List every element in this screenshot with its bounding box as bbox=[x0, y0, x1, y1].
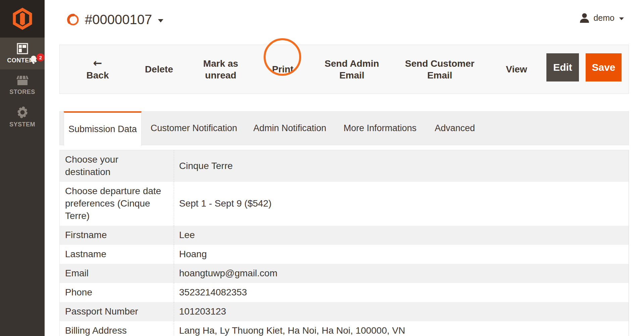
row-value: 101203123 bbox=[174, 302, 629, 321]
sidebar-item-content[interactable]: CONTENT 2 bbox=[0, 38, 45, 69]
tab-strip: Submission Data Customer Notification Ad… bbox=[59, 111, 629, 145]
row-label: Choose your destination bbox=[60, 150, 174, 182]
back-button[interactable]: ← Back bbox=[87, 45, 109, 94]
row-label: Passport Number bbox=[60, 302, 174, 321]
send-customer-email-button[interactable]: Send Customer Email bbox=[404, 45, 476, 94]
tab-more-informations[interactable]: More Informations bbox=[343, 112, 417, 145]
send-admin-email-label: Send Admin Email bbox=[323, 58, 381, 81]
tab-customer-notification[interactable]: Customer Notification bbox=[151, 112, 237, 145]
gear-icon bbox=[16, 106, 29, 118]
table-row: Choose your destination Cinque Terre bbox=[60, 150, 629, 182]
row-value: Sept 1 - Sept 9 ($542) bbox=[174, 182, 629, 226]
notification-badge: 2 bbox=[37, 53, 45, 61]
send-admin-email-button[interactable]: Send Admin Email bbox=[323, 45, 381, 94]
tab-admin-notification[interactable]: Admin Notification bbox=[253, 112, 326, 145]
table-row: Passport Number 101203123 bbox=[60, 302, 629, 321]
print-button[interactable]: Print bbox=[272, 45, 293, 94]
magento-admin-page: CONTENT 2 STORES SYSTEM bbox=[0, 0, 644, 336]
bell-icon bbox=[30, 55, 37, 64]
tab-label: Customer Notification bbox=[151, 123, 237, 133]
user-dropdown-caret-icon bbox=[619, 17, 624, 20]
row-value: Lee bbox=[174, 226, 629, 245]
tab-submission-data[interactable]: Submission Data bbox=[64, 111, 142, 146]
row-label: Phone bbox=[60, 283, 174, 302]
edit-button[interactable]: Edit bbox=[546, 53, 579, 81]
row-value: hoangtuwp@gmail.com bbox=[174, 264, 629, 283]
arrow-left-icon: ← bbox=[93, 58, 102, 68]
magento-logo[interactable] bbox=[0, 0, 45, 38]
page-title: #00000107 bbox=[85, 12, 152, 27]
row-label: Email bbox=[60, 264, 174, 283]
row-label: Firstname bbox=[60, 226, 174, 245]
row-value: Cinque Terre bbox=[174, 150, 629, 182]
save-button-label: Save bbox=[592, 61, 615, 74]
sidebar-item-system[interactable]: SYSTEM bbox=[0, 101, 45, 133]
page-header: #00000107 demo bbox=[45, 0, 644, 45]
sidebar-item-label: SYSTEM bbox=[9, 121, 35, 128]
delete-button[interactable]: Delete bbox=[145, 45, 173, 94]
edit-button-label: Edit bbox=[553, 61, 572, 74]
user-icon bbox=[580, 13, 589, 23]
table-row: Email hoangtuwp@gmail.com bbox=[60, 264, 629, 283]
back-button-label: Back bbox=[87, 69, 109, 81]
table-row: Firstname Lee bbox=[60, 226, 629, 245]
submission-data-table: Choose your destination Cinque Terre Cho… bbox=[59, 150, 629, 336]
row-value: Lang Ha, Ly Thuong Kiet, Ha Noi, Ha Noi,… bbox=[174, 321, 629, 336]
row-label: Billing Address bbox=[60, 321, 174, 336]
title-dropdown-caret-icon[interactable] bbox=[158, 19, 163, 22]
sidebar-item-label: STORES bbox=[9, 89, 35, 96]
title-area: #00000107 bbox=[67, 12, 163, 27]
tab-label: Advanced bbox=[435, 123, 475, 133]
stores-icon bbox=[16, 75, 29, 86]
tab-advanced[interactable]: Advanced bbox=[435, 112, 475, 145]
toolbar: ← Back Delete Mark as unread Print Send … bbox=[59, 45, 629, 94]
row-label: Lastname bbox=[60, 245, 174, 264]
tab-label: Admin Notification bbox=[253, 123, 326, 133]
sidebar-item-stores[interactable]: STORES bbox=[0, 69, 45, 101]
row-label: Choose departure date preferences (Cinqu… bbox=[60, 182, 174, 226]
user-menu[interactable]: demo bbox=[580, 13, 624, 23]
table-row: Choose departure date preferences (Cinqu… bbox=[60, 182, 629, 226]
content-icon bbox=[17, 43, 28, 54]
view-button[interactable]: View bbox=[506, 45, 527, 94]
table-row: Lastname Hoang bbox=[60, 245, 629, 264]
delete-button-label: Delete bbox=[145, 63, 173, 75]
user-name: demo bbox=[593, 13, 614, 23]
print-button-label: Print bbox=[272, 63, 293, 75]
table-row: Phone 3523214082353 bbox=[60, 283, 629, 302]
save-button[interactable]: Save bbox=[586, 53, 622, 81]
send-customer-email-label: Send Customer Email bbox=[404, 58, 476, 81]
mark-as-unread-label: Mark as unread bbox=[197, 58, 245, 81]
notification-area[interactable]: 2 bbox=[30, 53, 45, 65]
magento-logo-icon bbox=[13, 8, 32, 30]
tab-label: Submission Data bbox=[68, 124, 137, 134]
submission-spinner-icon bbox=[67, 13, 79, 26]
table-row: Billing Address Lang Ha, Ly Thuong Kiet,… bbox=[60, 321, 629, 336]
view-button-label: View bbox=[506, 63, 527, 75]
sidebar: CONTENT 2 STORES SYSTEM bbox=[0, 0, 45, 336]
row-value: 3523214082353 bbox=[174, 283, 629, 302]
tab-label: More Informations bbox=[343, 123, 417, 133]
mark-as-unread-button[interactable]: Mark as unread bbox=[197, 45, 245, 94]
row-value: Hoang bbox=[174, 245, 629, 264]
